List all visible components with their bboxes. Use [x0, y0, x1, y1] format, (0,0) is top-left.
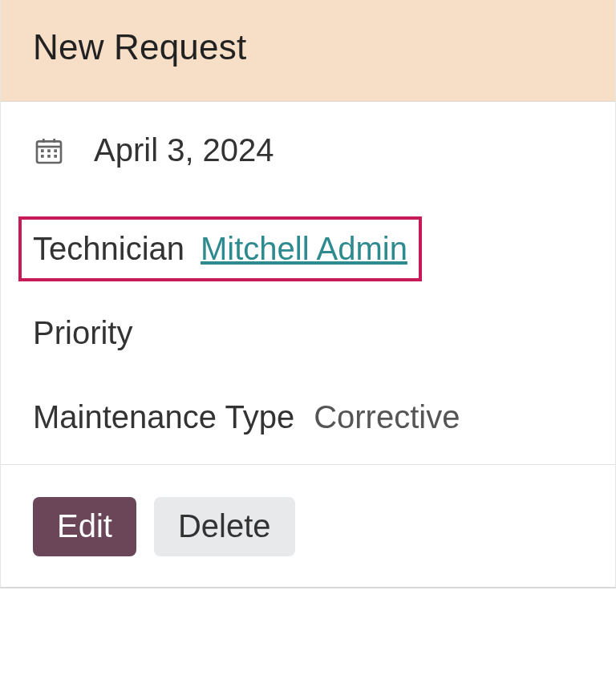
svg-rect-8: [47, 155, 51, 158]
request-card: New Request April 3, 2024: [0, 0, 616, 588]
card-header: New Request: [1, 0, 615, 102]
technician-row: Technician Mitchell Admin: [33, 216, 583, 281]
card-footer: Edit Delete: [1, 464, 615, 587]
svg-rect-4: [41, 149, 44, 152]
priority-label: Priority: [33, 315, 132, 351]
edit-button[interactable]: Edit: [33, 497, 136, 556]
date-value: April 3, 2024: [94, 132, 274, 168]
technician-link[interactable]: Mitchell Admin: [201, 231, 407, 267]
card-body: April 3, 2024 Technician Mitchell Admin …: [1, 102, 615, 464]
svg-rect-5: [47, 149, 51, 152]
svg-rect-6: [54, 149, 57, 152]
maintenance-type-label: Maintenance Type: [33, 399, 294, 435]
card-title: New Request: [33, 27, 583, 67]
date-row: April 3, 2024: [33, 132, 583, 168]
technician-label: Technician: [33, 231, 184, 267]
priority-row: Priority: [33, 315, 583, 351]
calendar-icon: [33, 135, 65, 167]
delete-button[interactable]: Delete: [154, 497, 295, 556]
maintenance-type-value: Corrective: [314, 399, 460, 435]
svg-rect-7: [41, 155, 44, 158]
maintenance-type-row: Maintenance Type Corrective: [33, 399, 583, 435]
svg-rect-9: [54, 155, 57, 158]
technician-highlight: Technician Mitchell Admin: [18, 216, 422, 281]
